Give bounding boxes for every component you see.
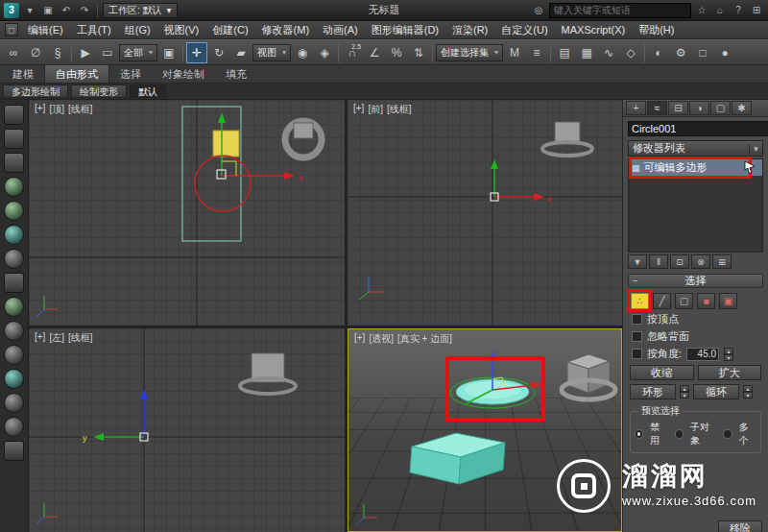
material-editor-icon[interactable]: ◐ <box>648 42 669 63</box>
select-rotate-icon[interactable]: ↻ <box>208 42 229 63</box>
brush-tool-icon[interactable] <box>4 297 24 317</box>
menu-graph-editors[interactable]: 图形编辑器(D) <box>365 21 445 39</box>
selection-filter-dropdown[interactable]: 全部 ▾ <box>119 44 157 61</box>
viewport-shading-label[interactable]: [真实 + 边面] <box>397 332 452 346</box>
ribbon-tab-selection[interactable]: 选择 <box>109 65 152 83</box>
apps-icon[interactable]: ⊞ <box>749 3 764 18</box>
render-setup-icon[interactable]: ⚙ <box>670 42 691 63</box>
menu-customize[interactable]: 自定义(U) <box>494 21 554 39</box>
brush-tool-icon[interactable] <box>4 345 24 365</box>
angle-value-field[interactable]: 45.0 <box>686 348 719 361</box>
spinner-up-icon[interactable]: ▴ <box>724 348 733 354</box>
select-object-icon[interactable]: ▶ <box>75 42 96 63</box>
app-logo-icon[interactable]: 3 <box>4 3 19 18</box>
menu-help[interactable]: 帮助(H) <box>632 21 681 39</box>
viewport-menu-plus[interactable]: [+] <box>353 103 364 116</box>
ribbon-tab-object-paint[interactable]: 对象绘制 <box>152 65 215 83</box>
search-input[interactable] <box>549 3 691 18</box>
home-icon[interactable]: ⌂ <box>712 3 728 18</box>
remove-modifier-icon[interactable]: ⊗ <box>691 254 710 269</box>
viewport-left[interactable]: [+] [左] [线框] y <box>29 328 345 532</box>
spinner-snap-icon[interactable]: ⇅ <box>408 42 429 63</box>
window-crossing-icon[interactable]: ▣ <box>158 42 180 63</box>
create-tab-icon[interactable]: + <box>626 101 646 115</box>
polygon-mode-icon[interactable]: ■ <box>697 293 715 309</box>
search-icon[interactable]: ◎ <box>531 3 546 18</box>
menu-tools[interactable]: 工具(T) <box>70 21 118 39</box>
select-scale-icon[interactable]: ▰ <box>230 42 252 63</box>
edge-mode-icon[interactable]: ╱ <box>653 293 671 309</box>
viewport-shading-label[interactable]: [线框] <box>68 103 93 116</box>
panel-defaults[interactable]: 默认 <box>130 85 166 98</box>
by-angle-checkbox[interactable] <box>632 349 642 359</box>
configure-stack-icon[interactable]: ⊞ <box>712 254 732 269</box>
render-icon[interactable]: ● <box>714 42 735 63</box>
viewport-menu-plus[interactable]: [+] <box>354 332 365 346</box>
redo-icon[interactable]: ↷ <box>77 3 92 18</box>
help-icon[interactable]: ? <box>731 3 746 18</box>
unlink-icon[interactable]: ∅ <box>25 42 46 63</box>
viewport-menu-plus[interactable]: [+] <box>35 103 45 116</box>
viewport-menu-plus[interactable]: [+] <box>35 331 45 345</box>
rendered-frame-icon[interactable]: □ <box>692 42 713 63</box>
grow-button[interactable]: 扩大 <box>698 365 762 380</box>
angle-snap-icon[interactable]: ∠ <box>364 42 385 63</box>
reference-coordinate-dropdown[interactable]: 视图 ▾ <box>252 44 291 61</box>
percent-snap-icon[interactable]: % <box>386 42 407 63</box>
spinner-down-icon[interactable]: ▾ <box>743 392 753 399</box>
brush-tool-icon[interactable] <box>4 177 24 197</box>
border-mode-icon[interactable]: ▢ <box>675 293 693 309</box>
brush-tool-icon[interactable] <box>4 273 24 293</box>
brush-tool-icon[interactable] <box>4 393 24 413</box>
remove-button[interactable]: 移除 <box>718 520 762 532</box>
app-menu-arrow-icon[interactable]: ▾ <box>22 3 37 18</box>
pin-stack-icon[interactable]: ▼ <box>628 254 647 269</box>
align-icon[interactable]: ≡ <box>526 42 547 63</box>
ribbon-tab-modeling[interactable]: 建模 <box>2 65 44 83</box>
viewport-shading-label[interactable]: [线框] <box>387 103 412 116</box>
brush-tool-icon[interactable] <box>4 225 24 245</box>
spinner-up-icon[interactable]: ▴ <box>743 385 753 392</box>
menu-views[interactable]: 视图(V) <box>157 21 206 39</box>
brush-tool-icon[interactable] <box>4 369 24 389</box>
menu-edit[interactable]: 编辑(E) <box>21 21 70 39</box>
element-mode-icon[interactable]: ▣ <box>719 293 737 309</box>
angle-spinner[interactable]: ▴ ▾ <box>724 348 733 361</box>
brush-tool-icon[interactable] <box>4 321 24 341</box>
brush-tool-icon[interactable] <box>4 105 24 125</box>
by-vertex-checkbox[interactable] <box>632 314 642 325</box>
viewport-top[interactable]: [+] [顶] [线框] x <box>29 100 345 326</box>
panel-paint-deform[interactable]: 绘制变形 <box>71 85 127 98</box>
preview-disable-radio[interactable] <box>635 429 643 439</box>
brush-tool-icon[interactable] <box>4 201 24 221</box>
select-link-icon[interactable]: ∞ <box>3 42 24 63</box>
brush-tool-icon[interactable] <box>4 249 24 269</box>
hierarchy-tab-icon[interactable]: ⊟ <box>668 101 688 115</box>
brush-tool-icon[interactable] <box>4 417 24 437</box>
menu-group[interactable]: 组(G) <box>118 21 157 39</box>
object-name-field[interactable] <box>628 121 768 136</box>
bind-spacewarp-icon[interactable]: § <box>47 42 68 63</box>
brush-tool-icon[interactable] <box>4 129 24 149</box>
viewport-view-label[interactable]: [顶] <box>49 103 64 116</box>
selection-rollout-header[interactable]: − 选择 <box>628 274 763 288</box>
community-icon[interactable]: ☆ <box>694 3 709 18</box>
menu-rendering[interactable]: 渲染(R) <box>445 21 494 39</box>
ribbon-toggle-icon[interactable]: ▦ <box>576 42 597 63</box>
rectangular-selection-icon[interactable]: ▭ <box>97 42 118 63</box>
save-icon[interactable]: ▣ <box>40 3 56 18</box>
viewport-front[interactable]: [+] [前] [线框] x <box>348 100 622 326</box>
layer-manager-icon[interactable]: ▤ <box>554 42 575 63</box>
viewport-view-label[interactable]: [前] <box>368 103 383 116</box>
snap-toggle-icon[interactable]: ∩2.5 <box>342 42 363 63</box>
spinner-up-icon[interactable]: ▴ <box>680 385 689 392</box>
select-move-icon[interactable]: ✛ <box>186 42 207 63</box>
ribbon-tab-freeform[interactable]: 自由形式 <box>44 64 109 83</box>
menu-maxscript[interactable]: MAXScript(X) <box>555 21 633 39</box>
preview-multiple-radio[interactable] <box>723 429 732 439</box>
brush-tool-icon[interactable] <box>4 441 24 461</box>
spinner-down-icon[interactable]: ▾ <box>680 392 689 399</box>
undo-icon[interactable]: ↶ <box>59 3 74 18</box>
curve-editor-icon[interactable]: ∿ <box>598 42 619 63</box>
ribbon-tab-populate[interactable]: 填充 <box>215 65 257 83</box>
